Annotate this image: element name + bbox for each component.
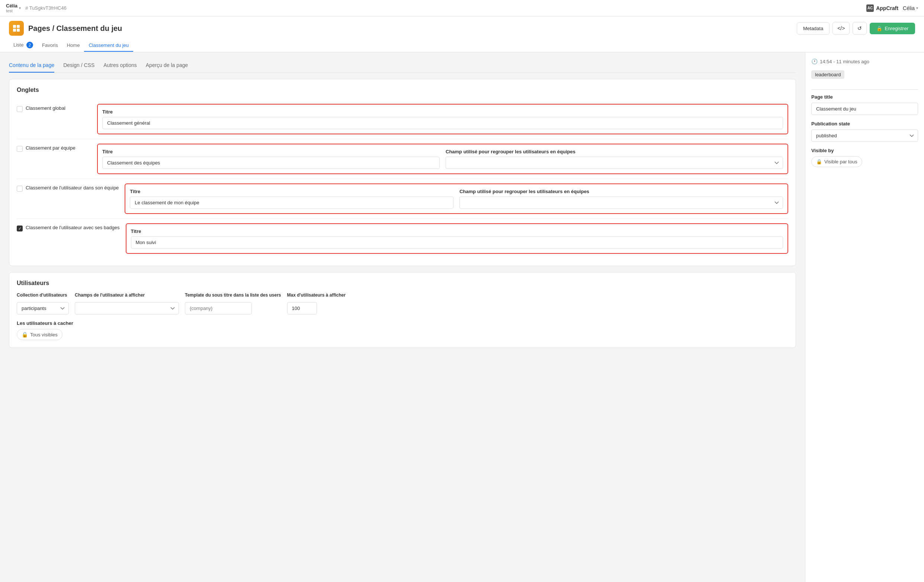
field-group-titre-3: Titre (130, 188, 454, 209)
field-label-team-2: Champ utilisé pour regrouper les utilisa… (446, 149, 783, 154)
sidebar-timestamp: 🕐 14:54 - 11 minutes ago (811, 58, 918, 64)
field-label-titre-4: Titre (131, 228, 783, 234)
template-label: Template du sous titre dans la liste des… (185, 293, 281, 298)
clock-icon: 🕐 (811, 58, 818, 64)
code-button[interactable]: </> (833, 22, 850, 35)
field-input-titre-4[interactable] (131, 236, 783, 248)
appcraft-logo-icon: AC (866, 5, 874, 12)
timestamp-text: 14:54 - 11 minutes ago (820, 59, 869, 64)
cacher-lock-icon: 🔒 (21, 332, 28, 337)
topbar-user-right-name: Célia (903, 5, 915, 11)
tab-favoris[interactable]: Favoris (38, 40, 63, 52)
sidebar-publication-select[interactable]: published (811, 129, 918, 142)
onglet-label-1: Classement global (26, 105, 66, 111)
tab-design-css[interactable]: Design / CSS (63, 58, 94, 73)
field-col-titre-2: Titre (102, 149, 440, 169)
utilisateurs-title: Utilisateurs (17, 280, 788, 286)
onglet-row-2: Classement par équipe Titre Champ util (17, 139, 788, 179)
main-content: Contenu de la page Design / CSS Autres o… (0, 53, 805, 582)
sidebar-visible-lock-icon: 🔒 (816, 159, 822, 164)
team-select-2[interactable] (446, 157, 783, 169)
breadcrumb-tabs: Liste 2 Favoris Home Classement du jeu (9, 39, 915, 52)
onglet-label-3: Classement de l'utilisateur dans son équ… (26, 185, 119, 190)
collection-select[interactable]: participants (17, 302, 69, 314)
template-input[interactable] (185, 302, 252, 314)
user-info: Célia test (6, 3, 18, 13)
save-button[interactable]: 🔒 Enregistrer (870, 23, 915, 34)
onglet-fields-4: Titre (126, 223, 788, 254)
onglet-checkbox-1[interactable] (17, 106, 23, 112)
sidebar-tag: leaderboard (811, 70, 845, 79)
field-group-titre-1: Titre (102, 109, 783, 129)
max-input[interactable] (287, 302, 317, 314)
field-group-titre-2: Titre (102, 149, 440, 169)
field-label-team-3: Champ utilisé pour regrouper les utilisa… (459, 188, 783, 194)
template-col: Template du sous titre dans la liste des… (185, 293, 281, 314)
history-button[interactable]: ↺ (853, 22, 867, 35)
champs-col: Champs de l'utilisateur à afficher (75, 293, 179, 314)
user-menu[interactable]: Célia test ▾ (6, 3, 21, 13)
page-title-area: Pages / Classement du jeu (9, 21, 122, 36)
utilisateurs-grid: Collection d'utilisateurs participants C… (17, 293, 788, 314)
onglet-fields-3: Titre Champ utilisé pour regrouper les u… (125, 184, 788, 214)
champs-select[interactable] (75, 302, 179, 314)
field-label-titre-1: Titre (102, 109, 783, 115)
save-lock-icon: 🔒 (876, 26, 882, 31)
tab-autres-options[interactable]: Autres options (103, 58, 137, 73)
onglet-row-1: Classement global Titre (17, 99, 788, 139)
tab-liste[interactable]: Liste 2 (9, 39, 38, 52)
metadata-button[interactable]: Metadata (797, 22, 830, 35)
page-icon (9, 21, 24, 36)
field-group-team-3: Champ utilisé pour regrouper les utilisa… (459, 188, 783, 209)
tab-contenu-page[interactable]: Contenu de la page (9, 58, 54, 73)
onglet-fields-1: Titre (97, 104, 788, 134)
cacher-btn-label: Tous visibles (30, 332, 58, 337)
onglets-title: Onglets (17, 87, 788, 93)
svg-rect-0 (13, 25, 16, 28)
onglet-checkbox-4[interactable] (17, 225, 23, 231)
sidebar-page-title-input[interactable] (811, 103, 918, 115)
onglet-checkbox-label-2: Classement par équipe (17, 144, 91, 152)
onglet-checkbox-label-3: Classement de l'utilisateur dans son équ… (17, 184, 119, 192)
topbar-right: AC AppCraft Célia ▾ (866, 5, 918, 12)
sidebar-visible-button[interactable]: 🔒 Visible par tous (811, 156, 862, 167)
onglets-section: Onglets Classement global Titre (9, 79, 796, 266)
tab-classement-du-jeu[interactable]: Classement du jeu (84, 40, 133, 52)
cacher-button[interactable]: 🔒 Tous visibles (17, 329, 63, 340)
onglet-checkbox-3[interactable] (17, 186, 23, 192)
topbar-user-right-chevron-icon: ▾ (916, 6, 918, 10)
sidebar-visible-group: Visible by 🔒 Visible par tous (811, 148, 918, 167)
max-label: Max d'utilisateurs à afficher (287, 293, 346, 298)
appcraft-label: AppCraft (876, 5, 898, 11)
field-input-titre-3[interactable] (130, 197, 454, 209)
field-input-titre-1[interactable] (102, 117, 783, 129)
topbar-left: Célia test ▾ # TuSgkvT3frHC46 (6, 3, 67, 13)
utilisateurs-section: Utilisateurs Collection d'utilisateurs p… (9, 272, 796, 348)
team-select-3[interactable] (459, 197, 783, 209)
svg-rect-1 (17, 25, 20, 28)
tab-apercu[interactable]: Aperçu de la page (146, 58, 188, 73)
page-header: Pages / Classement du jeu Metadata </> ↺… (0, 17, 924, 53)
field-label-titre-3: Titre (130, 188, 454, 194)
tab-home[interactable]: Home (63, 40, 84, 52)
appcraft-logo: AC AppCraft (866, 5, 898, 12)
field-input-titre-2[interactable] (102, 157, 440, 169)
sidebar-page-title-group: Page title (811, 94, 918, 115)
page-tabs: Contenu de la page Design / CSS Autres o… (9, 58, 796, 73)
field-row-3: Titre Champ utilisé pour regrouper les u… (130, 188, 783, 209)
sidebar-divider-1 (811, 89, 918, 90)
svg-rect-3 (17, 29, 20, 31)
sidebar-page-title-label: Page title (811, 94, 918, 100)
sidebar-visible-label: Visible by (811, 148, 918, 153)
onglet-checkbox-2[interactable] (17, 146, 23, 152)
sidebar-publication-group: Publication state published (811, 121, 918, 142)
user-name: Célia (6, 3, 18, 8)
topbar-user-right[interactable]: Célia ▾ (903, 5, 918, 11)
field-col-titre-3: Titre (130, 188, 454, 209)
field-row-2: Titre Champ utilisé pour regrouper les u… (102, 149, 783, 169)
sidebar-visible-btn-label: Visible par tous (824, 159, 857, 164)
max-col: Max d'utilisateurs à afficher (287, 293, 346, 314)
field-col-team-3: Champ utilisé pour regrouper les utilisa… (459, 188, 783, 209)
collection-col: Collection d'utilisateurs participants (17, 293, 69, 314)
topbar: Célia test ▾ # TuSgkvT3frHC46 AC AppCraf… (0, 0, 924, 17)
